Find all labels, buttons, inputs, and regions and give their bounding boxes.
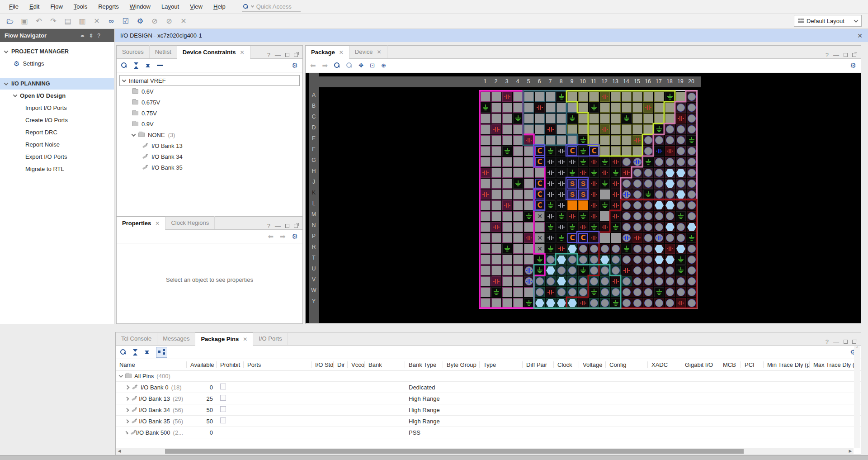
- tab-device-constraints[interactable]: Device Constraints✕: [177, 46, 250, 59]
- package-pin[interactable]: [600, 211, 610, 221]
- package-pin[interactable]: [546, 222, 556, 232]
- package-pin[interactable]: [643, 244, 653, 254]
- package-pin[interactable]: [632, 103, 642, 113]
- package-pin[interactable]: [676, 92, 686, 102]
- package-pin[interactable]: [687, 135, 697, 145]
- package-pin[interactable]: [535, 92, 545, 102]
- forward-arrow-icon[interactable]: ➡: [322, 62, 328, 70]
- package-pin[interactable]: [546, 233, 556, 243]
- package-pin[interactable]: [687, 157, 697, 167]
- package-pin[interactable]: [567, 92, 577, 102]
- package-pin[interactable]: [535, 103, 545, 113]
- sidebar-item-open-i-o-design[interactable]: Open I/O Design: [0, 90, 114, 102]
- package-pin[interactable]: [502, 255, 512, 265]
- package-pin[interactable]: [567, 266, 577, 275]
- package-pin[interactable]: [654, 233, 664, 243]
- package-pin[interactable]: [567, 168, 577, 178]
- package-pin[interactable]: C: [578, 233, 588, 243]
- package-pin[interactable]: [578, 103, 588, 113]
- package-pin[interactable]: [524, 92, 534, 102]
- package-pin[interactable]: [546, 287, 556, 297]
- package-pin[interactable]: [687, 146, 697, 156]
- package-pin[interactable]: [524, 287, 534, 297]
- package-pin[interactable]: [491, 146, 501, 156]
- package-pin[interactable]: [589, 179, 599, 189]
- package-pin[interactable]: [491, 157, 501, 167]
- package-pin[interactable]: [665, 103, 675, 113]
- sidebar-item-report-noise[interactable]: Report Noise: [0, 138, 114, 151]
- package-pin[interactable]: [622, 135, 632, 145]
- tree-item-i-o-bank-34[interactable]: I/O Bank 34: [139, 151, 300, 162]
- package-pin[interactable]: [589, 233, 599, 243]
- find-binoculars-icon[interactable]: ∞: [105, 15, 118, 27]
- column-header-config[interactable]: Config: [606, 361, 648, 368]
- minimize-icon[interactable]: —: [833, 338, 839, 345]
- package-pin[interactable]: [557, 276, 566, 286]
- package-pin[interactable]: [481, 266, 491, 275]
- zoom-fit-icon[interactable]: ✥: [359, 62, 363, 69]
- tab-device[interactable]: Device✕: [349, 45, 387, 58]
- package-pin[interactable]: [524, 114, 534, 123]
- column-header-name[interactable]: Name: [116, 361, 187, 368]
- package-pin[interactable]: [502, 135, 512, 145]
- package-pin[interactable]: [589, 103, 599, 113]
- package-pin[interactable]: [502, 244, 512, 254]
- menu-view[interactable]: View: [184, 1, 208, 12]
- menu-reports[interactable]: Reports: [93, 1, 124, 12]
- package-pin[interactable]: S: [567, 179, 577, 189]
- expand-all-icon[interactable]: ⇕: [89, 33, 93, 39]
- package-pin[interactable]: [491, 222, 501, 232]
- package-pin[interactable]: [676, 200, 686, 210]
- tab-properties[interactable]: Properties✕: [117, 217, 165, 230]
- package-pin[interactable]: [600, 114, 610, 123]
- package-pin[interactable]: [654, 157, 664, 167]
- package-pin[interactable]: [654, 168, 664, 178]
- package-pin[interactable]: [481, 233, 491, 243]
- paste-icon[interactable]: ▥: [76, 15, 89, 27]
- package-pin[interactable]: [513, 233, 523, 243]
- package-pin[interactable]: [676, 211, 686, 221]
- column-header-prohibit[interactable]: Prohibit: [217, 361, 244, 368]
- package-pin[interactable]: [491, 298, 501, 308]
- package-pin[interactable]: [643, 233, 653, 243]
- package-pin[interactable]: [491, 135, 501, 145]
- maximize-icon[interactable]: [844, 340, 848, 344]
- package-pin[interactable]: [600, 287, 610, 297]
- package-pin[interactable]: [676, 287, 686, 297]
- package-pin[interactable]: [481, 114, 491, 123]
- package-pin[interactable]: [665, 298, 675, 308]
- sidebar-item-migrate-to-rtl[interactable]: Migrate to RTL: [0, 163, 114, 175]
- package-pin[interactable]: [632, 287, 642, 297]
- package-pin[interactable]: [578, 266, 588, 275]
- package-pin[interactable]: [643, 276, 653, 286]
- close-icon[interactable]: ✕: [857, 32, 863, 39]
- package-pin[interactable]: [600, 255, 610, 265]
- prohibit-checkbox[interactable]: [220, 384, 226, 389]
- package-pin[interactable]: [578, 276, 588, 286]
- package-pin[interactable]: C: [535, 190, 545, 199]
- package-pin[interactable]: [632, 92, 642, 102]
- package-pin[interactable]: [535, 135, 545, 145]
- float-icon[interactable]: [294, 224, 298, 228]
- package-pin[interactable]: [622, 255, 632, 265]
- package-pin[interactable]: [654, 146, 664, 156]
- tree-item-i-o-bank-13[interactable]: I/O Bank 13: [139, 140, 300, 151]
- package-pin[interactable]: [643, 211, 653, 221]
- package-pin[interactable]: [665, 287, 675, 297]
- column-header-min-trace-dly-ps-[interactable]: Min Trace Dly (ps): [764, 361, 810, 368]
- package-pin[interactable]: [481, 135, 491, 145]
- package-pin[interactable]: [578, 200, 588, 210]
- package-pin[interactable]: [557, 114, 566, 123]
- vertical-scrollbar[interactable]: ⌃: [854, 346, 860, 448]
- package-pin[interactable]: [600, 200, 610, 210]
- tab-i-o-ports[interactable]: I/O Ports: [253, 332, 288, 345]
- package-pin[interactable]: [502, 266, 512, 275]
- package-pin[interactable]: [611, 287, 621, 297]
- package-pin[interactable]: [632, 190, 642, 199]
- package-pin[interactable]: ✕: [535, 244, 545, 254]
- scroll-left-icon[interactable]: ◀: [116, 448, 123, 454]
- package-pin[interactable]: [557, 157, 566, 167]
- package-pin[interactable]: [665, 124, 675, 134]
- package-pin[interactable]: [687, 200, 697, 210]
- column-header-diff-pair[interactable]: Diff Pair: [523, 361, 554, 368]
